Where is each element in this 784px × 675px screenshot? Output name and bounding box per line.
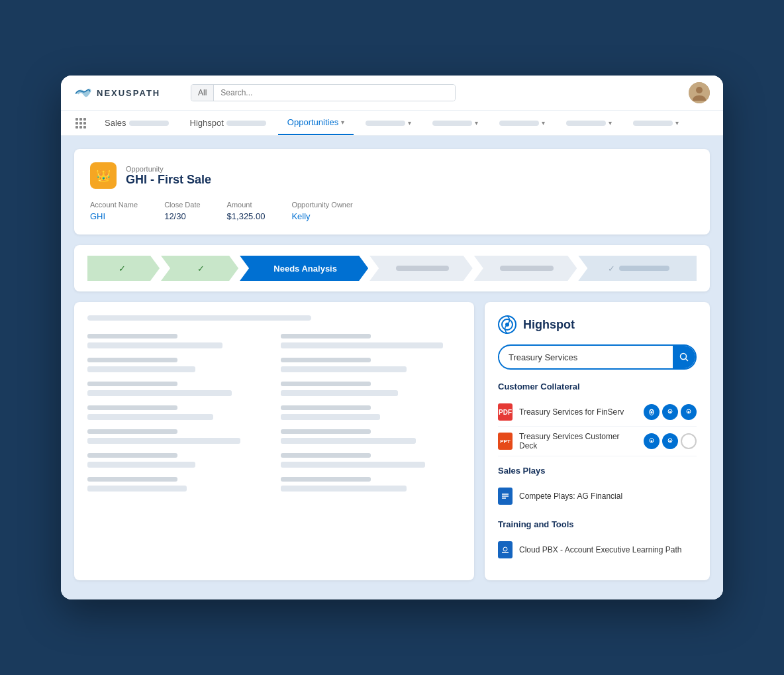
nav-item-4[interactable]: ▾ bbox=[356, 113, 420, 133]
training-name-1[interactable]: Cloud PBX - Account Executive Learning P… bbox=[519, 545, 697, 554]
account-name-value[interactable]: GHI bbox=[90, 211, 138, 221]
search-filter[interactable]: All bbox=[191, 85, 214, 101]
action-btn-1-1[interactable] bbox=[644, 404, 660, 420]
opportunity-icon: 👑 bbox=[90, 162, 117, 189]
browser-window: NEXUSPATH All Sales Highspot bbox=[61, 76, 723, 599]
opp-header: 👑 Opportunity GHI - First Sale bbox=[90, 162, 694, 189]
nav-item-opportunities[interactable]: Opportunities ▾ bbox=[278, 111, 354, 135]
svg-point-15 bbox=[669, 441, 671, 442]
highspot-header: Highspot bbox=[498, 315, 697, 334]
left-panel bbox=[74, 302, 474, 580]
form-col-1 bbox=[87, 334, 268, 348]
logo-icon bbox=[74, 86, 93, 99]
main-content: 👑 Opportunity GHI - First Sale Account N… bbox=[61, 136, 723, 599]
field-account-name: Account Name GHI bbox=[90, 201, 138, 221]
stage-4[interactable] bbox=[369, 256, 473, 281]
stage-2[interactable]: ✓ bbox=[161, 256, 238, 281]
chevron-down-icon: ▾ bbox=[341, 119, 344, 126]
stage-needs-analysis[interactable]: Needs Analysis bbox=[240, 256, 368, 281]
opportunity-card: 👑 Opportunity GHI - First Sale Account N… bbox=[74, 149, 710, 234]
form-col-6 bbox=[281, 382, 461, 396]
owner-value[interactable]: Kelly bbox=[291, 211, 352, 221]
form-col-12 bbox=[281, 453, 461, 468]
section-training-title: Training and Tools bbox=[498, 519, 697, 529]
action-btn-1-2[interactable] bbox=[662, 404, 678, 420]
avatar[interactable] bbox=[689, 82, 710, 103]
stage-1[interactable]: ✓ bbox=[87, 256, 160, 281]
plays-name-1[interactable]: Compete Plays: AG Financial bbox=[519, 492, 697, 501]
chevron-icon-8: ▾ bbox=[675, 119, 679, 127]
top-bar: NEXUSPATH All bbox=[61, 76, 723, 111]
collateral-actions-1 bbox=[644, 404, 697, 420]
owner-label: Opportunity Owner bbox=[291, 201, 352, 209]
amount-label: Amount bbox=[227, 201, 266, 209]
field-owner: Opportunity Owner Kelly bbox=[291, 201, 352, 221]
nav-item-8[interactable]: ▾ bbox=[624, 113, 688, 133]
field-amount: Amount $1,325.00 bbox=[227, 201, 266, 221]
search-input[interactable] bbox=[214, 85, 455, 101]
form-row-2 bbox=[87, 358, 461, 372]
opp-title-section: Opportunity GHI - First Sale bbox=[126, 165, 211, 187]
section-sales-plays-title: Sales Plays bbox=[498, 466, 697, 476]
collateral-name-1[interactable]: Treasury Services for FinServ bbox=[519, 407, 637, 417]
form-col-4 bbox=[281, 358, 461, 372]
nav-item-6[interactable]: ▾ bbox=[490, 113, 554, 133]
field-close-date: Close Date 12/30 bbox=[164, 201, 200, 221]
pdf-icon-1: PDF bbox=[498, 403, 513, 421]
form-row-7 bbox=[87, 477, 461, 492]
highspot-search-bar bbox=[498, 344, 697, 370]
stage-5[interactable] bbox=[474, 256, 577, 281]
collateral-item-1: PDF Treasury Services for FinServ bbox=[498, 398, 697, 427]
chevron-icon-6: ▾ bbox=[542, 119, 545, 127]
action-btn-2-1[interactable] bbox=[644, 433, 660, 449]
nav-item-7[interactable]: ▾ bbox=[557, 113, 621, 133]
action-btn-2-2[interactable] bbox=[662, 433, 678, 449]
form-col-2 bbox=[281, 334, 461, 348]
section-customer-collateral-title: Customer Collateral bbox=[498, 382, 697, 391]
highspot-search-button[interactable] bbox=[673, 346, 695, 368]
search-bar: All bbox=[191, 84, 456, 101]
svg-rect-20 bbox=[501, 545, 510, 555]
highspot-panel: Highspot Customer Collateral PDF Tr bbox=[485, 302, 710, 580]
form-col-3 bbox=[87, 358, 268, 372]
form-row-4 bbox=[87, 405, 461, 420]
doc-icon-1 bbox=[498, 488, 513, 505]
form-row-1 bbox=[87, 334, 461, 348]
amount-value: $1,325.00 bbox=[227, 211, 266, 221]
opp-label: Opportunity bbox=[126, 165, 211, 173]
action-btn-1-3[interactable] bbox=[681, 404, 697, 420]
form-col-9 bbox=[87, 429, 268, 444]
highspot-title: Highspot bbox=[523, 318, 575, 332]
svg-point-9 bbox=[669, 411, 671, 413]
collateral-name-2[interactable]: Treasury Services Customer Deck bbox=[519, 432, 637, 450]
ppt-icon-1: PPT bbox=[498, 433, 513, 450]
training-item-1: Cloud PBX - Account Executive Learning P… bbox=[498, 536, 697, 564]
svg-point-7 bbox=[651, 411, 653, 413]
form-col-8 bbox=[281, 405, 461, 420]
nav-item-5[interactable]: ▾ bbox=[423, 113, 487, 133]
two-col-layout: Highspot Customer Collateral PDF Tr bbox=[74, 302, 710, 580]
collateral-item-2: PPT Treasury Services Customer Deck bbox=[498, 427, 697, 456]
highspot-search-input[interactable] bbox=[499, 348, 673, 367]
svg-point-13 bbox=[651, 441, 653, 442]
collateral-actions-2 bbox=[644, 433, 697, 449]
nav-bar: Sales Highspot Opportunities ▾ ▾ ▾ ▾ ▾ bbox=[61, 111, 723, 136]
svg-point-1 bbox=[696, 87, 703, 93]
form-col-7 bbox=[87, 405, 268, 420]
chevron-icon-5: ▾ bbox=[475, 119, 478, 127]
nav-item-sales[interactable]: Sales bbox=[95, 111, 178, 134]
form-row-5 bbox=[87, 429, 461, 444]
logo-text: NEXUSPATH bbox=[97, 88, 160, 98]
stage-bar: ✓ ✓ Needs Analysis ✓ bbox=[74, 245, 710, 291]
form-row-3 bbox=[87, 382, 461, 396]
training-icon-1 bbox=[498, 541, 513, 558]
plays-item-1: Compete Plays: AG Financial bbox=[498, 482, 697, 510]
stage-last[interactable]: ✓ bbox=[578, 256, 697, 281]
grid-icon[interactable] bbox=[74, 117, 87, 130]
action-btn-2-3[interactable] bbox=[681, 433, 697, 449]
form-row-6 bbox=[87, 453, 461, 468]
form-col-5 bbox=[87, 382, 268, 396]
form-col-10 bbox=[281, 429, 461, 444]
nav-item-highspot[interactable]: Highspot bbox=[181, 111, 275, 134]
chevron-icon-4: ▾ bbox=[408, 119, 411, 127]
